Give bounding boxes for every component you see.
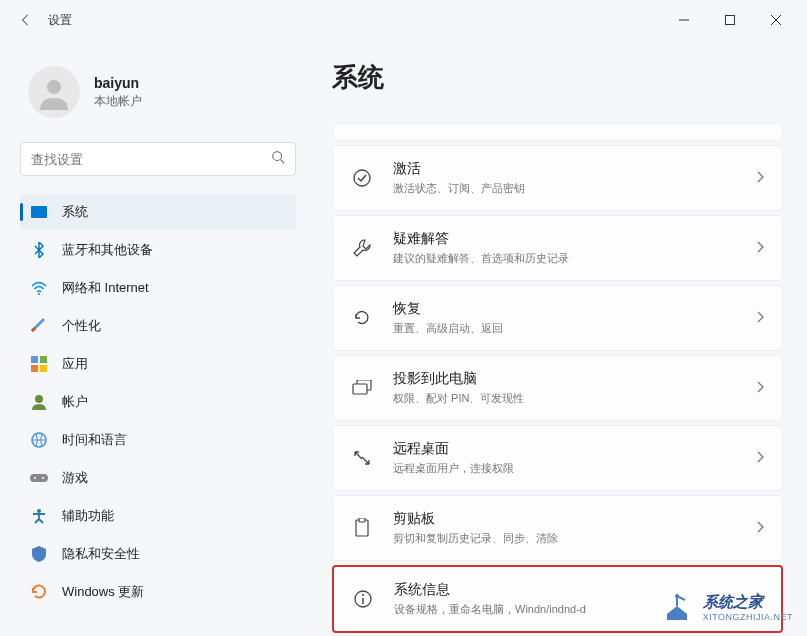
- titlebar: 设置: [0, 0, 807, 40]
- search-input[interactable]: [31, 152, 271, 167]
- card-activation[interactable]: 激活激活状态、订阅、产品密钥: [332, 145, 783, 211]
- nav-time-language[interactable]: 时间和语言: [20, 422, 296, 458]
- watermark-cn: 系统之家: [703, 593, 793, 612]
- project-icon: [351, 377, 373, 399]
- nav-label: 游戏: [62, 469, 88, 487]
- svg-rect-21: [353, 384, 367, 394]
- chevron-right-icon: [756, 449, 764, 467]
- nav-label: 辅助功能: [62, 507, 114, 525]
- card-title: 投影到此电脑: [393, 370, 756, 388]
- wrench-icon: [351, 237, 373, 259]
- svg-rect-23: [359, 518, 365, 522]
- user-name: baiyun: [94, 75, 142, 91]
- nav-list: 系统 蓝牙和其他设备 网络和 Internet 个性化 应用: [20, 194, 296, 610]
- search-icon: [271, 150, 285, 168]
- svg-point-17: [42, 477, 44, 479]
- nav-personalization[interactable]: 个性化: [20, 308, 296, 344]
- nav-label: Windows 更新: [62, 583, 144, 601]
- card-title: 远程桌面: [393, 440, 756, 458]
- nav-apps[interactable]: 应用: [20, 346, 296, 382]
- chevron-right-icon: [756, 309, 764, 327]
- gamepad-icon: [30, 469, 48, 487]
- svg-point-25: [362, 594, 364, 596]
- window-title: 设置: [48, 12, 72, 29]
- nav-accounts[interactable]: 帐户: [20, 384, 296, 420]
- card-title: 激活: [393, 160, 756, 178]
- account-icon: [30, 393, 48, 411]
- card-sub: 远程桌面用户，连接权限: [393, 461, 756, 476]
- watermark: 系统之家 XITONGZHIJIA.NET: [659, 592, 793, 622]
- card-troubleshoot[interactable]: 疑难解答建议的疑难解答、首选项和历史记录: [332, 215, 783, 281]
- card-title: 恢复: [393, 300, 756, 318]
- card-title: 疑难解答: [393, 230, 756, 248]
- svg-rect-1: [726, 16, 735, 25]
- user-subtitle: 本地帐户: [94, 93, 142, 110]
- nav-label: 网络和 Internet: [62, 279, 149, 297]
- card-clipboard[interactable]: 剪贴板剪切和复制历史记录、同步、清除: [332, 495, 783, 561]
- card-sub: 重置、高级启动、返回: [393, 321, 756, 336]
- svg-point-8: [38, 293, 40, 295]
- svg-line-6: [281, 160, 285, 164]
- nav-bluetooth[interactable]: 蓝牙和其他设备: [20, 232, 296, 268]
- clipboard-icon: [351, 517, 373, 539]
- nav-accessibility[interactable]: 辅助功能: [20, 498, 296, 534]
- nav-label: 个性化: [62, 317, 101, 335]
- sidebar: baiyun 本地帐户 系统 蓝牙和其他设备 网络和: [0, 40, 308, 636]
- nav-system[interactable]: 系统: [20, 194, 296, 230]
- update-icon: [30, 583, 48, 601]
- main-content: 系统 激活激活状态、订阅、产品密钥 疑难解答建议的疑难解答、首选项和历史记录 恢…: [308, 40, 807, 636]
- svg-rect-11: [31, 365, 38, 372]
- card-remote-desktop[interactable]: 远程桌面远程桌面用户，连接权限: [332, 425, 783, 491]
- bluetooth-icon: [30, 241, 48, 259]
- clock-icon: [30, 431, 48, 449]
- nav-privacy[interactable]: 隐私和安全性: [20, 536, 296, 572]
- svg-rect-12: [40, 365, 47, 372]
- chevron-right-icon: [756, 169, 764, 187]
- svg-point-16: [34, 477, 36, 479]
- card-sub: 激活状态、订阅、产品密钥: [393, 181, 756, 196]
- activation-icon: [351, 167, 373, 189]
- svg-rect-10: [40, 356, 47, 363]
- shield-icon: [30, 545, 48, 563]
- maximize-button[interactable]: [707, 0, 753, 40]
- brush-icon: [30, 317, 48, 335]
- remote-icon: [351, 447, 373, 469]
- nav-label: 蓝牙和其他设备: [62, 241, 153, 259]
- card-title: 剪贴板: [393, 510, 756, 528]
- nav-label: 帐户: [62, 393, 88, 411]
- watermark-logo: [659, 592, 695, 622]
- nav-label: 时间和语言: [62, 431, 127, 449]
- svg-point-13: [35, 395, 43, 403]
- nav-label: 系统: [62, 203, 88, 221]
- search-box[interactable]: [20, 142, 296, 176]
- user-profile[interactable]: baiyun 本地帐户: [20, 48, 296, 138]
- svg-rect-7: [31, 206, 47, 218]
- chevron-right-icon: [756, 519, 764, 537]
- settings-list: 激活激活状态、订阅、产品密钥 疑难解答建议的疑难解答、首选项和历史记录 恢复重置…: [332, 145, 783, 633]
- card-recovery[interactable]: 恢复重置、高级启动、返回: [332, 285, 783, 351]
- wifi-icon: [30, 279, 48, 297]
- page-title: 系统: [332, 60, 783, 95]
- svg-point-5: [273, 152, 282, 161]
- svg-point-19: [354, 170, 370, 186]
- nav-network[interactable]: 网络和 Internet: [20, 270, 296, 306]
- svg-rect-9: [31, 356, 38, 363]
- apps-icon: [30, 355, 48, 373]
- card-placeholder: [332, 123, 783, 141]
- svg-point-27: [675, 594, 679, 598]
- card-sub: 权限、配对 PIN、可发现性: [393, 391, 756, 406]
- nav-windows-update[interactable]: Windows 更新: [20, 574, 296, 610]
- close-button[interactable]: [753, 0, 799, 40]
- card-projecting[interactable]: 投影到此电脑权限、配对 PIN、可发现性: [332, 355, 783, 421]
- accessibility-icon: [30, 507, 48, 525]
- back-button[interactable]: [8, 2, 44, 38]
- system-icon: [30, 203, 48, 221]
- card-sub: 建议的疑难解答、首选项和历史记录: [393, 251, 756, 266]
- svg-point-4: [47, 80, 61, 94]
- nav-gaming[interactable]: 游戏: [20, 460, 296, 496]
- minimize-button[interactable]: [661, 0, 707, 40]
- recovery-icon: [351, 307, 373, 329]
- nav-label: 应用: [62, 355, 88, 373]
- avatar: [28, 66, 80, 118]
- chevron-right-icon: [756, 239, 764, 257]
